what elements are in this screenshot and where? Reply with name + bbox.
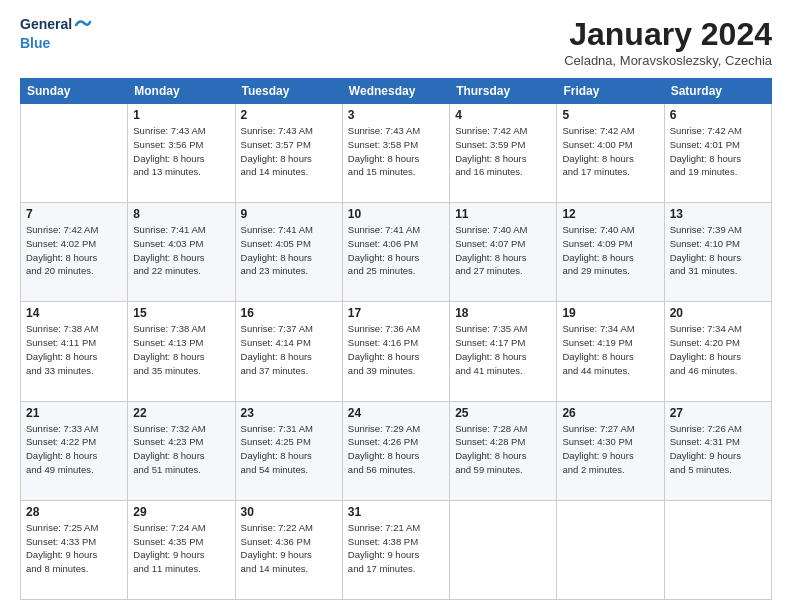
day-number: 7 [26, 207, 122, 221]
day-info: Sunrise: 7:42 AMSunset: 3:59 PMDaylight:… [455, 124, 551, 179]
table-row: 10Sunrise: 7:41 AMSunset: 4:06 PMDayligh… [342, 203, 449, 302]
table-row: 13Sunrise: 7:39 AMSunset: 4:10 PMDayligh… [664, 203, 771, 302]
day-number: 23 [241, 406, 337, 420]
day-info: Sunrise: 7:41 AMSunset: 4:03 PMDaylight:… [133, 223, 229, 278]
table-row: 4Sunrise: 7:42 AMSunset: 3:59 PMDaylight… [450, 104, 557, 203]
day-number: 13 [670, 207, 766, 221]
day-number: 1 [133, 108, 229, 122]
day-info: Sunrise: 7:27 AMSunset: 4:30 PMDaylight:… [562, 422, 658, 477]
day-number: 4 [455, 108, 551, 122]
day-info: Sunrise: 7:42 AMSunset: 4:01 PMDaylight:… [670, 124, 766, 179]
calendar-header-row: Sunday Monday Tuesday Wednesday Thursday… [21, 79, 772, 104]
day-number: 21 [26, 406, 122, 420]
day-info: Sunrise: 7:34 AMSunset: 4:19 PMDaylight:… [562, 322, 658, 377]
table-row: 30Sunrise: 7:22 AMSunset: 4:36 PMDayligh… [235, 500, 342, 599]
logo: General Blue [20, 16, 92, 52]
logo-wave-icon [74, 16, 92, 34]
day-number: 5 [562, 108, 658, 122]
table-row [664, 500, 771, 599]
table-row: 25Sunrise: 7:28 AMSunset: 4:28 PMDayligh… [450, 401, 557, 500]
day-number: 31 [348, 505, 444, 519]
table-row: 24Sunrise: 7:29 AMSunset: 4:26 PMDayligh… [342, 401, 449, 500]
day-number: 10 [348, 207, 444, 221]
day-info: Sunrise: 7:33 AMSunset: 4:22 PMDaylight:… [26, 422, 122, 477]
table-row: 9Sunrise: 7:41 AMSunset: 4:05 PMDaylight… [235, 203, 342, 302]
calendar-week-row: 1Sunrise: 7:43 AMSunset: 3:56 PMDaylight… [21, 104, 772, 203]
day-info: Sunrise: 7:32 AMSunset: 4:23 PMDaylight:… [133, 422, 229, 477]
day-info: Sunrise: 7:40 AMSunset: 4:07 PMDaylight:… [455, 223, 551, 278]
col-saturday: Saturday [664, 79, 771, 104]
day-number: 12 [562, 207, 658, 221]
day-info: Sunrise: 7:43 AMSunset: 3:56 PMDaylight:… [133, 124, 229, 179]
table-row: 3Sunrise: 7:43 AMSunset: 3:58 PMDaylight… [342, 104, 449, 203]
day-info: Sunrise: 7:34 AMSunset: 4:20 PMDaylight:… [670, 322, 766, 377]
day-number: 17 [348, 306, 444, 320]
table-row: 18Sunrise: 7:35 AMSunset: 4:17 PMDayligh… [450, 302, 557, 401]
day-number: 29 [133, 505, 229, 519]
table-row: 27Sunrise: 7:26 AMSunset: 4:31 PMDayligh… [664, 401, 771, 500]
table-row: 23Sunrise: 7:31 AMSunset: 4:25 PMDayligh… [235, 401, 342, 500]
table-row: 15Sunrise: 7:38 AMSunset: 4:13 PMDayligh… [128, 302, 235, 401]
table-row: 29Sunrise: 7:24 AMSunset: 4:35 PMDayligh… [128, 500, 235, 599]
day-number: 3 [348, 108, 444, 122]
day-number: 8 [133, 207, 229, 221]
title-block: January 2024 Celadna, Moravskoslezsky, C… [564, 16, 772, 68]
logo-blue: Blue [20, 35, 50, 51]
day-info: Sunrise: 7:26 AMSunset: 4:31 PMDaylight:… [670, 422, 766, 477]
table-row: 21Sunrise: 7:33 AMSunset: 4:22 PMDayligh… [21, 401, 128, 500]
day-number: 6 [670, 108, 766, 122]
day-info: Sunrise: 7:24 AMSunset: 4:35 PMDaylight:… [133, 521, 229, 576]
table-row: 22Sunrise: 7:32 AMSunset: 4:23 PMDayligh… [128, 401, 235, 500]
day-info: Sunrise: 7:38 AMSunset: 4:11 PMDaylight:… [26, 322, 122, 377]
table-row: 28Sunrise: 7:25 AMSunset: 4:33 PMDayligh… [21, 500, 128, 599]
calendar-table: Sunday Monday Tuesday Wednesday Thursday… [20, 78, 772, 600]
table-row: 19Sunrise: 7:34 AMSunset: 4:19 PMDayligh… [557, 302, 664, 401]
day-info: Sunrise: 7:41 AMSunset: 4:06 PMDaylight:… [348, 223, 444, 278]
day-info: Sunrise: 7:43 AMSunset: 3:57 PMDaylight:… [241, 124, 337, 179]
table-row: 16Sunrise: 7:37 AMSunset: 4:14 PMDayligh… [235, 302, 342, 401]
day-info: Sunrise: 7:42 AMSunset: 4:00 PMDaylight:… [562, 124, 658, 179]
month-title: January 2024 [564, 16, 772, 53]
col-tuesday: Tuesday [235, 79, 342, 104]
col-friday: Friday [557, 79, 664, 104]
day-number: 16 [241, 306, 337, 320]
day-info: Sunrise: 7:37 AMSunset: 4:14 PMDaylight:… [241, 322, 337, 377]
page: General Blue January 2024 Celadna, Morav… [0, 0, 792, 612]
table-row [450, 500, 557, 599]
day-number: 18 [455, 306, 551, 320]
day-number: 22 [133, 406, 229, 420]
table-row: 11Sunrise: 7:40 AMSunset: 4:07 PMDayligh… [450, 203, 557, 302]
table-row: 14Sunrise: 7:38 AMSunset: 4:11 PMDayligh… [21, 302, 128, 401]
day-number: 25 [455, 406, 551, 420]
day-info: Sunrise: 7:31 AMSunset: 4:25 PMDaylight:… [241, 422, 337, 477]
col-wednesday: Wednesday [342, 79, 449, 104]
day-info: Sunrise: 7:41 AMSunset: 4:05 PMDaylight:… [241, 223, 337, 278]
table-row: 7Sunrise: 7:42 AMSunset: 4:02 PMDaylight… [21, 203, 128, 302]
day-number: 2 [241, 108, 337, 122]
day-info: Sunrise: 7:29 AMSunset: 4:26 PMDaylight:… [348, 422, 444, 477]
table-row: 2Sunrise: 7:43 AMSunset: 3:57 PMDaylight… [235, 104, 342, 203]
calendar-week-row: 28Sunrise: 7:25 AMSunset: 4:33 PMDayligh… [21, 500, 772, 599]
day-number: 20 [670, 306, 766, 320]
day-number: 11 [455, 207, 551, 221]
day-number: 14 [26, 306, 122, 320]
table-row: 26Sunrise: 7:27 AMSunset: 4:30 PMDayligh… [557, 401, 664, 500]
day-number: 27 [670, 406, 766, 420]
day-info: Sunrise: 7:35 AMSunset: 4:17 PMDaylight:… [455, 322, 551, 377]
day-info: Sunrise: 7:36 AMSunset: 4:16 PMDaylight:… [348, 322, 444, 377]
day-info: Sunrise: 7:42 AMSunset: 4:02 PMDaylight:… [26, 223, 122, 278]
col-monday: Monday [128, 79, 235, 104]
day-info: Sunrise: 7:21 AMSunset: 4:38 PMDaylight:… [348, 521, 444, 576]
day-info: Sunrise: 7:43 AMSunset: 3:58 PMDaylight:… [348, 124, 444, 179]
logo-text: General Blue [20, 16, 92, 52]
day-info: Sunrise: 7:28 AMSunset: 4:28 PMDaylight:… [455, 422, 551, 477]
table-row: 31Sunrise: 7:21 AMSunset: 4:38 PMDayligh… [342, 500, 449, 599]
day-info: Sunrise: 7:25 AMSunset: 4:33 PMDaylight:… [26, 521, 122, 576]
location: Celadna, Moravskoslezsky, Czechia [564, 53, 772, 68]
header: General Blue January 2024 Celadna, Morav… [20, 16, 772, 68]
day-number: 19 [562, 306, 658, 320]
day-number: 30 [241, 505, 337, 519]
table-row: 17Sunrise: 7:36 AMSunset: 4:16 PMDayligh… [342, 302, 449, 401]
calendar-week-row: 7Sunrise: 7:42 AMSunset: 4:02 PMDaylight… [21, 203, 772, 302]
day-info: Sunrise: 7:40 AMSunset: 4:09 PMDaylight:… [562, 223, 658, 278]
